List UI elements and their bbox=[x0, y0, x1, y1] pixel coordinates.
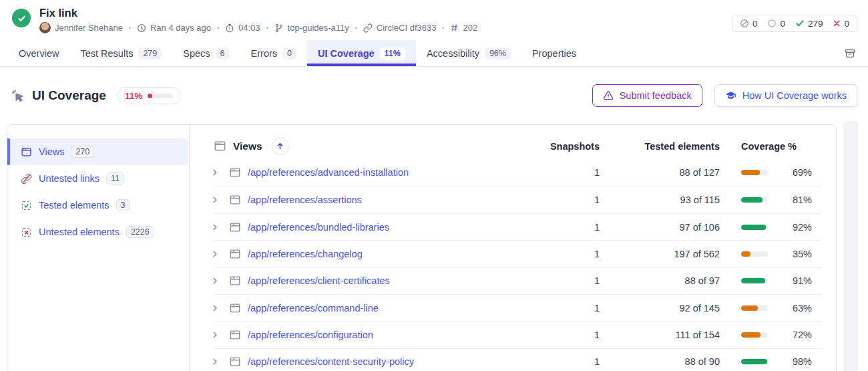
tab-properties[interactable]: Properties bbox=[521, 40, 587, 66]
failed-count: 0 bbox=[833, 19, 849, 29]
view-link[interactable]: /app/references/client-certificates bbox=[248, 275, 390, 286]
sidebar-item-views[interactable]: Views 270 bbox=[7, 138, 188, 165]
hash-icon bbox=[450, 23, 459, 32]
chevron-right-icon[interactable] bbox=[208, 277, 222, 285]
chevron-right-icon[interactable] bbox=[208, 168, 222, 176]
count-badge: 11 bbox=[106, 172, 124, 184]
coverage-bar bbox=[741, 225, 768, 230]
table-row[interactable]: /app/references/advanced-installation 1 … bbox=[214, 159, 821, 186]
view-link[interactable]: /app/references/advanced-installation bbox=[248, 167, 409, 178]
coverage-bar bbox=[741, 359, 768, 364]
cursor-click-icon bbox=[11, 88, 25, 103]
coverage-cell: 92% bbox=[720, 222, 821, 233]
sidebar-item-tested-elements[interactable]: Tested elements 3 bbox=[7, 192, 188, 219]
count-badge: 2226 bbox=[126, 226, 154, 238]
sidebar-item-untested-links[interactable]: Untested links 11 bbox=[7, 165, 188, 192]
ui-coverage-panel: Views 270 Untested links 11 Tested eleme… bbox=[7, 124, 837, 371]
browser-icon bbox=[229, 166, 241, 178]
clock-icon bbox=[137, 23, 146, 33]
tab-specs[interactable]: Specs6 bbox=[172, 40, 240, 66]
table-row[interactable]: /app/references/assertions 1 93 of 115 8… bbox=[214, 187, 821, 213]
run-title: Fix link bbox=[39, 7, 477, 19]
view-link[interactable]: /app/references/changelog bbox=[248, 249, 363, 259]
tested-elements-value: 197 of 562 bbox=[600, 249, 720, 259]
browser-icon bbox=[229, 302, 241, 314]
link-icon bbox=[363, 23, 373, 33]
scrollbar-track[interactable] bbox=[843, 121, 858, 371]
view-link[interactable]: /app/references/bundled-libraries bbox=[248, 222, 389, 233]
run-passed-status-icon bbox=[12, 9, 31, 27]
coverage-percent: 81% bbox=[768, 195, 821, 205]
coverage-cell: 98% bbox=[720, 356, 821, 367]
submit-feedback-button[interactable]: Submit feedback bbox=[592, 84, 702, 107]
chevron-right-icon[interactable] bbox=[208, 358, 222, 366]
snapshots-value: 1 bbox=[519, 249, 600, 259]
view-link[interactable]: /app/references/assertions bbox=[248, 195, 362, 205]
tab-badge: 96% bbox=[485, 47, 511, 59]
coverage-cell: 35% bbox=[720, 249, 821, 259]
browser-icon bbox=[214, 140, 226, 152]
separator-dot bbox=[129, 27, 131, 29]
coverage-bar bbox=[741, 197, 768, 203]
table-row[interactable]: /app/references/content-security-policy … bbox=[214, 348, 821, 371]
test-result-counts: 0 0 279 0 bbox=[732, 15, 857, 32]
table-row[interactable]: /app/references/bundled-libraries 1 97 o… bbox=[214, 213, 821, 240]
chevron-right-icon[interactable] bbox=[208, 331, 222, 339]
broken-link-icon bbox=[20, 173, 32, 184]
archive-icon[interactable] bbox=[841, 45, 859, 62]
sidebar-item-untested-elements[interactable]: Untested elements 2226 bbox=[7, 219, 188, 245]
views-table: Views Snapshots Tested elements Coverage… bbox=[190, 125, 836, 371]
skipped-count: 0 bbox=[740, 19, 758, 29]
coverage-percent: 69% bbox=[768, 167, 821, 178]
column-header-coverage: Coverage % bbox=[720, 141, 821, 152]
snapshots-value: 1 bbox=[519, 303, 600, 314]
tab-accessibility[interactable]: Accessibility96% bbox=[416, 40, 521, 66]
view-link[interactable]: /app/references/configuration bbox=[248, 330, 373, 340]
table-row[interactable]: /app/references/changelog 1 197 of 562 3… bbox=[214, 240, 821, 267]
avatar bbox=[39, 22, 51, 33]
coverage-bar bbox=[741, 278, 768, 283]
run-branch: top-guides-a11y bbox=[274, 23, 349, 33]
snapshots-value: 1 bbox=[519, 167, 600, 178]
tested-element-icon bbox=[20, 200, 32, 211]
untested-element-icon bbox=[20, 227, 32, 238]
table-row[interactable]: /app/references/configuration 1 111 of 1… bbox=[214, 321, 821, 348]
separator-dot bbox=[355, 27, 357, 29]
view-link[interactable]: /app/references/command-line bbox=[248, 303, 379, 314]
browser-icon bbox=[20, 146, 32, 158]
tab-ui-coverage[interactable]: UI Coverage11% bbox=[307, 40, 416, 66]
tested-elements-value: 88 of 90 bbox=[600, 356, 720, 367]
chevron-right-icon[interactable] bbox=[208, 250, 222, 258]
how-ui-coverage-works-button[interactable]: How UI Coverage works bbox=[714, 84, 857, 107]
table-row[interactable]: /app/references/client-certificates 1 88… bbox=[214, 267, 821, 294]
browser-icon bbox=[229, 221, 241, 233]
tab-overview[interactable]: Overview bbox=[8, 40, 69, 66]
chevron-right-icon[interactable] bbox=[208, 196, 222, 204]
coverage-sidebar: Views 270 Untested links 11 Tested eleme… bbox=[7, 125, 190, 371]
separator-dot bbox=[266, 27, 268, 29]
run-ci: CircleCI df3633 bbox=[363, 23, 437, 33]
tabbar-spacer bbox=[587, 40, 841, 66]
check-icon bbox=[795, 19, 805, 28]
coverage-cell: 69% bbox=[720, 167, 821, 178]
chevron-right-icon[interactable] bbox=[208, 304, 222, 312]
coverage-percent: 72% bbox=[768, 330, 821, 340]
count-badge: 270 bbox=[71, 146, 94, 158]
coverage-percent: 35% bbox=[768, 249, 821, 259]
run-header: Fix link Jennifer Shehane Ran 4 days ago bbox=[0, 0, 868, 40]
tab-errors[interactable]: Errors0 bbox=[240, 40, 307, 66]
tab-test-results[interactable]: Test Results279 bbox=[69, 40, 172, 66]
coverage-percent: 92% bbox=[768, 222, 821, 233]
count-badge: 3 bbox=[116, 199, 130, 211]
tab-badge: 6 bbox=[216, 47, 230, 59]
run-duration: 04:03 bbox=[225, 23, 260, 33]
chevron-right-icon[interactable] bbox=[208, 223, 222, 231]
run-build-number: 202 bbox=[450, 23, 477, 33]
coverage-score-value: 11% bbox=[125, 91, 142, 101]
tested-elements-value: 93 of 115 bbox=[600, 195, 720, 205]
table-row[interactable]: /app/references/command-line 1 92 of 145… bbox=[214, 294, 821, 321]
page-title: UI Coverage bbox=[32, 88, 106, 103]
view-link[interactable]: /app/references/content-security-policy bbox=[248, 356, 414, 367]
sort-ascending-button[interactable] bbox=[272, 138, 289, 155]
warning-triangle-icon bbox=[603, 90, 614, 101]
